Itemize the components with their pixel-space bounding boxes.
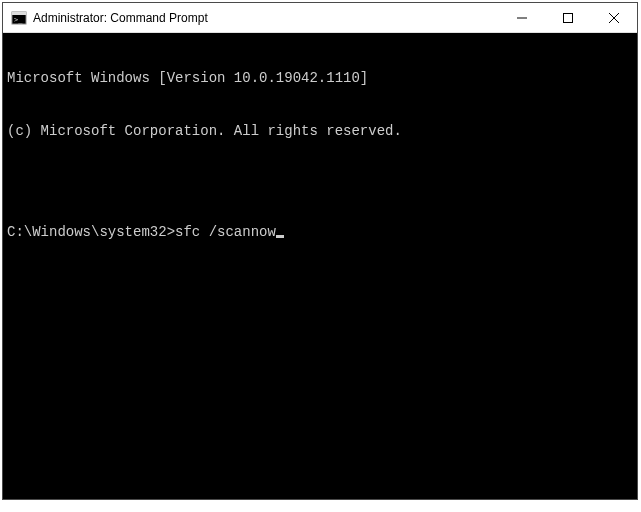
maximize-button[interactable] bbox=[545, 3, 591, 32]
command-prompt-window: >_ Administrator: Command Prompt bbox=[2, 2, 638, 500]
prompt-path: C:\Windows\system32> bbox=[7, 224, 175, 242]
prompt-line: C:\Windows\system32>sfc /scannow bbox=[7, 224, 633, 242]
window-controls bbox=[499, 3, 637, 32]
svg-text:>_: >_ bbox=[14, 16, 23, 24]
maximize-icon bbox=[563, 13, 573, 23]
command-prompt-icon: >_ bbox=[11, 10, 27, 26]
close-icon bbox=[609, 13, 619, 23]
window-title: Administrator: Command Prompt bbox=[33, 11, 499, 25]
blank-line bbox=[7, 175, 633, 189]
version-line: Microsoft Windows [Version 10.0.19042.11… bbox=[7, 70, 633, 88]
cursor bbox=[276, 235, 284, 238]
minimize-button[interactable] bbox=[499, 3, 545, 32]
command-text: sfc /scannow bbox=[175, 224, 276, 242]
terminal-area[interactable]: Microsoft Windows [Version 10.0.19042.11… bbox=[3, 33, 637, 499]
copyright-line: (c) Microsoft Corporation. All rights re… bbox=[7, 123, 633, 141]
minimize-icon bbox=[517, 13, 527, 23]
svg-rect-4 bbox=[564, 13, 573, 22]
close-button[interactable] bbox=[591, 3, 637, 32]
titlebar[interactable]: >_ Administrator: Command Prompt bbox=[3, 3, 637, 33]
svg-rect-1 bbox=[12, 12, 26, 15]
